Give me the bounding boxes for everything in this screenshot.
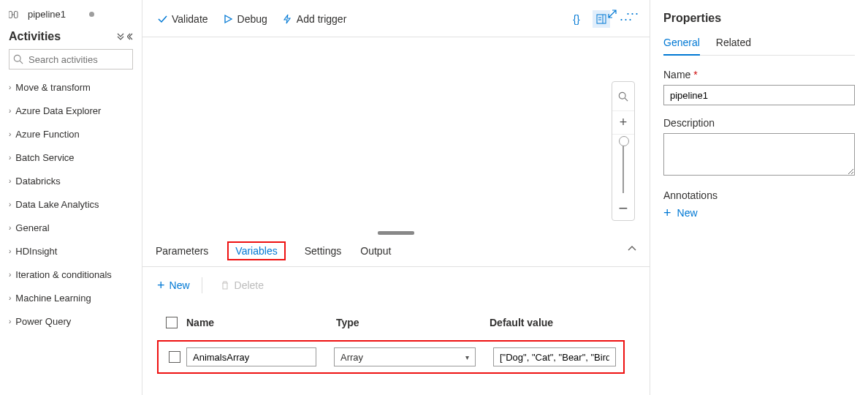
chevron-double-left-icon [127,33,133,40]
tab-parameters[interactable]: Parameters [156,235,208,266]
debug-button[interactable]: Debug [223,13,267,25]
search-activities-input[interactable] [9,49,133,69]
activity-category[interactable]: ›Move & transform [9,75,133,99]
activity-category[interactable]: ›HDInsight [9,239,133,263]
properties-tab-related[interactable]: Related [716,37,751,55]
tab-variables[interactable]: Variables [227,241,285,260]
lightning-icon [282,14,292,24]
code-view-button[interactable]: {} [568,10,585,28]
zoom-in-button[interactable]: + [612,111,634,135]
tab-output[interactable]: Output [360,235,391,266]
col-header-default: Default value [490,317,621,328]
activity-category[interactable]: ›Batch Service [9,146,133,169]
expand-icon[interactable] [607,9,617,19]
activity-category[interactable]: ›Power Query [9,309,133,333]
search-icon [13,54,23,64]
pipeline-toolbar: Validate Debug Add trigger {} ··· [142,0,650,37]
pipeline-canvas[interactable]: + − [142,37,650,235]
trash-icon [220,280,230,290]
pipeline-name-input[interactable] [663,85,855,105]
zoom-out-button[interactable]: − [612,197,634,220]
activities-list: ›Move & transform ›Azure Data Explorer ›… [9,75,133,333]
properties-tab-general[interactable]: General [663,37,700,56]
activity-category[interactable]: ›Databricks [9,169,133,192]
svg-line-10 [625,98,628,101]
activity-category[interactable]: ›Iteration & conditionals [9,263,133,286]
select-all-checkbox[interactable] [166,317,178,328]
collapse-activities[interactable] [117,33,133,40]
row-checkbox[interactable] [169,351,180,363]
chevron-down-icon: ▾ [465,353,469,361]
svg-point-3 [14,55,20,61]
variables-panel: + New Delete Name Type Default value [142,267,650,388]
new-annotation-button[interactable]: + New [663,207,855,219]
tab-settings[interactable]: Settings [305,235,342,266]
zoom-slider[interactable] [623,138,624,193]
chevron-double-down-icon [117,33,124,40]
col-header-type: Type [336,317,490,328]
pipeline-tab[interactable]: pipeline1 [9,6,133,27]
col-header-name: Name [186,317,336,328]
delete-variable-button: Delete [220,279,264,291]
name-label: Name [663,69,855,80]
config-tabs: Parameters Variables Settings Output [142,235,650,267]
variable-type-select[interactable]: Array ▾ [334,347,476,366]
activity-category[interactable]: ›Machine Learning [9,286,133,309]
variable-row: Array ▾ [157,340,625,374]
play-icon [223,14,233,24]
pipeline-name: pipeline1 [28,9,66,20]
properties-panel: Properties General Related Name Descript… [650,0,868,395]
new-variable-button[interactable]: + New [157,279,190,291]
properties-title: Properties [663,12,855,25]
variables-table-header: Name Type Default value [157,312,635,333]
svg-rect-1 [15,11,18,18]
activities-title: Activities [9,30,61,43]
activities-sidebar: pipeline1 Activities ›Move & transform ›… [0,0,142,395]
canvas-search-button[interactable] [612,82,634,111]
check-icon [157,14,167,24]
variable-default-input[interactable] [493,347,616,366]
svg-point-9 [619,92,625,99]
description-label: Description [663,117,855,129]
unsaved-indicator [89,12,94,17]
pipeline-icon [9,10,22,20]
collapse-panel-button[interactable] [628,245,636,251]
validate-button[interactable]: Validate [157,13,208,25]
annotations-label: Annotations [663,189,855,201]
activity-category[interactable]: ›Data Lake Analytics [9,192,133,216]
svg-rect-0 [9,11,12,18]
activity-category[interactable]: ›General [9,216,133,239]
main-panel: ··· Validate Debug Add trigger {} ··· [142,0,650,395]
svg-line-4 [20,61,23,64]
more-icon[interactable]: ··· [626,6,639,21]
variable-name-input[interactable] [186,347,316,366]
activity-category[interactable]: ›Azure Function [9,122,133,146]
canvas-zoom-controls: + − [612,81,635,221]
add-trigger-button[interactable]: Add trigger [282,13,346,25]
activity-category[interactable]: ›Azure Data Explorer [9,99,133,122]
description-textarea[interactable] [663,133,855,176]
